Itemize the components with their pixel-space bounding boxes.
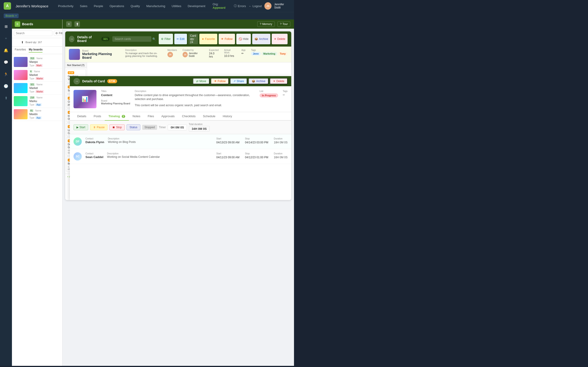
created-by-group: Created by JS Jennifer Sistili bbox=[183, 49, 204, 57]
board-type-label: Type bbox=[29, 117, 35, 119]
list-item[interactable]: 81 Name Meetin Type App bbox=[12, 108, 62, 121]
breadcrumb-bar: Boards × bbox=[0, 12, 294, 19]
breadcrumb-tag[interactable]: Boards × bbox=[4, 14, 19, 18]
sidebar-bell-icon[interactable]: 🔔 bbox=[2, 46, 10, 54]
card-back-button[interactable]: → bbox=[73, 78, 80, 84]
edit-app-icon[interactable]: ✏ bbox=[242, 52, 246, 55]
card-details-info: Titles Content Board Marketing Planning … bbox=[101, 90, 288, 108]
tab-checklists[interactable]: Checklists bbox=[178, 112, 199, 121]
edit-tags-icon[interactable]: ✏ bbox=[283, 93, 288, 97]
tab-favorites[interactable]: Favorites bbox=[15, 48, 26, 52]
tab-approvals[interactable]: Approvals bbox=[157, 112, 178, 121]
start-button[interactable]: ▶ Start bbox=[73, 124, 88, 130]
follow-button[interactable]: 👁 Follow bbox=[219, 34, 235, 44]
list-item[interactable]: 313 Name Manpo Type Mark bbox=[12, 56, 62, 69]
list-header: Not Started (7) bbox=[65, 62, 87, 68]
nav-manufacturing[interactable]: Manufacturing bbox=[144, 3, 168, 9]
nav-quality[interactable]: Quality bbox=[128, 3, 142, 9]
board-info: 313 Name Manpo Type Mark bbox=[29, 57, 61, 67]
board-info: 81 Name Meetin Type App bbox=[29, 109, 61, 119]
sidebar-clock-icon[interactable]: 🕐 bbox=[2, 82, 10, 90]
tab-timelog[interactable]: Timelog 2 bbox=[105, 112, 129, 121]
tab-schedule[interactable]: Schedule bbox=[199, 112, 219, 121]
move-button[interactable]: ⇄ Move bbox=[193, 78, 209, 84]
logout-button[interactable]: ← Logout bbox=[249, 4, 262, 8]
search-cards-input[interactable] bbox=[112, 36, 151, 42]
boards-main-header: + ⬆ ? Memory ? Tour bbox=[62, 19, 294, 29]
card-delete-button[interactable]: ✕ Delete bbox=[270, 78, 288, 84]
card-id: 6735 bbox=[68, 71, 74, 74]
star-icon: ★ bbox=[202, 37, 204, 41]
board-type-label: Type bbox=[29, 64, 35, 67]
delete-button[interactable]: ✕ Delete bbox=[272, 34, 288, 44]
card-content: 📊 Titles Content Board Marketing Plannin… bbox=[70, 86, 291, 112]
card-archive-button[interactable]: 📦 Archive bbox=[249, 78, 268, 84]
nav-utilities[interactable]: Utilities bbox=[169, 3, 184, 9]
tag-jenn[interactable]: Jenn bbox=[251, 52, 261, 56]
list-item[interactable]: 210 Name Marku Type App bbox=[12, 95, 62, 108]
main-icon-button[interactable]: ⬆ bbox=[74, 21, 80, 27]
sidebar-upload-icon[interactable]: ⬆ bbox=[2, 94, 10, 102]
card-details-header: → Details of Card 6736 ⇄ Move 👁 Follow bbox=[70, 76, 291, 86]
errors-button[interactable]: ⓘ Errors bbox=[234, 4, 246, 8]
sidebar-chat-icon[interactable]: 💬 bbox=[2, 58, 10, 66]
expected-value: 24.0 hrs bbox=[209, 52, 219, 58]
org-label: Org: Appward bbox=[213, 2, 231, 9]
board-thumbnail bbox=[14, 83, 27, 93]
tab-files[interactable]: Files bbox=[144, 112, 157, 121]
tab-my-boards[interactable]: My boards bbox=[29, 48, 43, 52]
nav-productivity[interactable]: Productivity bbox=[55, 3, 76, 9]
boards-add-button[interactable]: + bbox=[14, 40, 19, 45]
nav-development[interactable]: Development bbox=[185, 3, 208, 9]
boards-upload-icon[interactable]: ⬆ bbox=[21, 41, 24, 44]
app-logo: A bbox=[4, 2, 11, 10]
archive-button[interactable]: 📦 Archive bbox=[252, 34, 270, 44]
tag-tony[interactable]: Tony bbox=[278, 52, 288, 56]
tab-details[interactable]: Details bbox=[73, 112, 90, 121]
sidebar-add-icon[interactable]: ＋ bbox=[2, 34, 10, 42]
status-button[interactable]: Status bbox=[127, 124, 140, 130]
main-area: ⊞ ＋ 🔔 💬 🏃 🕐 ⬆ B Boards ⚙ Filter + ⬆ Boar… bbox=[0, 19, 294, 366]
hide-button[interactable]: 🚫 Hide bbox=[236, 34, 251, 44]
nav-menu: Productivity Sales People Operations Qua… bbox=[55, 3, 208, 9]
desc-text2: This content will be used across organic… bbox=[135, 103, 255, 107]
stop-icon: ⏹ bbox=[112, 126, 115, 129]
nav-people[interactable]: People bbox=[91, 3, 106, 9]
tab-history[interactable]: History bbox=[219, 112, 236, 121]
boards-search-input[interactable] bbox=[14, 31, 52, 36]
nav-operations[interactable]: Operations bbox=[107, 3, 127, 9]
title-label: Titles bbox=[101, 90, 130, 92]
sidebar-figure-icon[interactable]: 🏃 bbox=[2, 70, 10, 78]
list-item[interactable]: 6 Name Market Type Marke bbox=[12, 69, 62, 82]
archive-icon: 📦 bbox=[254, 37, 258, 41]
memory-button[interactable]: ? Memory bbox=[257, 21, 275, 27]
stop-button[interactable]: ⏹ Stop bbox=[109, 124, 125, 130]
main-add-button[interactable]: + bbox=[66, 21, 72, 27]
entry-timing-1: Start 04/13/23 09:00 AM Stop 04/14/23 03… bbox=[216, 137, 288, 144]
pause-button[interactable]: ⏸ Pause bbox=[90, 124, 107, 130]
user-avatar: JS bbox=[264, 2, 271, 10]
board-type-label: Type bbox=[29, 77, 35, 80]
sidebar-grid-icon[interactable]: ⊞ bbox=[2, 22, 10, 31]
board-name-label: Name bbox=[34, 70, 40, 73]
tab-notes[interactable]: Notes bbox=[129, 112, 144, 121]
breadcrumb-close-icon[interactable]: × bbox=[15, 14, 17, 17]
board-details-panel: → Details of Board 321 🔍 ⚙ Filter ✏ Edit… bbox=[65, 31, 291, 200]
share-button[interactable]: ↗ Share bbox=[230, 78, 247, 84]
nav-sales[interactable]: Sales bbox=[77, 3, 90, 9]
list-item[interactable]: 321 Name Market Type Marke bbox=[12, 82, 62, 95]
card-follow-button[interactable]: 👁 Follow bbox=[211, 78, 229, 84]
board-thumbnail bbox=[14, 57, 27, 67]
tab-posts[interactable]: Posts bbox=[90, 112, 105, 121]
tag-marketing[interactable]: Marketing bbox=[262, 52, 277, 56]
entry-contact-info-2: Contact Sean Caddel bbox=[86, 152, 103, 159]
tour-button[interactable]: ? Tour bbox=[277, 21, 290, 27]
back-button[interactable]: → bbox=[69, 36, 74, 42]
favorite-button[interactable]: ★ Favorite bbox=[199, 34, 217, 44]
contact-name-2: Sean Caddel bbox=[86, 155, 103, 159]
filter-button[interactable]: ⚙ Filter bbox=[159, 34, 173, 44]
edit-button[interactable]: ✏ Edit bbox=[174, 34, 187, 44]
info-icon: ⓘ bbox=[234, 4, 237, 8]
description-col: Description Define content plan to drive… bbox=[135, 90, 255, 108]
timelog-entry: SC Contact Sean Caddel Description Worki… bbox=[70, 149, 291, 164]
